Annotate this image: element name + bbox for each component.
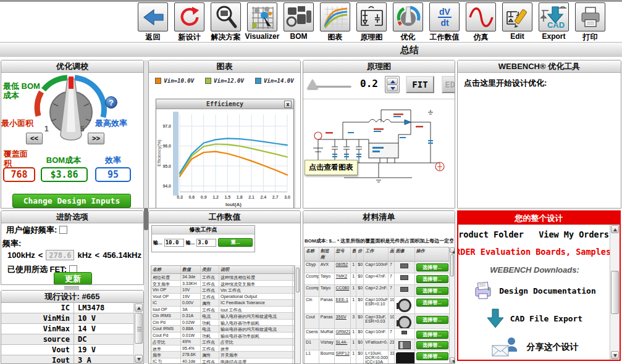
part-number-link[interactable]: EEE-1: [336, 297, 348, 302]
help-icon[interactable]: ?: [105, 96, 117, 109]
product-folder-link[interactable]: Product Folder: [458, 230, 524, 239]
svg-text:1.2: 1.2: [212, 195, 219, 199]
edit-button[interactable]: Edit: [499, 2, 536, 42]
part-number-link[interactable]: 35SV: [336, 315, 347, 319]
current-design-scrollbar[interactable]: [133, 303, 143, 363]
cad-file-export-item[interactable]: CAD File Export: [458, 308, 611, 328]
select-alternate-button[interactable]: 选择替...: [416, 316, 448, 324]
bom-cell: 10: [389, 314, 395, 328]
new-design-button[interactable]: 新设计: [171, 2, 208, 42]
select-alternate-button[interactable]: 选择替...: [416, 263, 448, 271]
horizontal-splitter-grip[interactable]: [61, 286, 83, 289]
bom-cell: D1: [305, 339, 319, 350]
share-design-item[interactable]: 分享这个设计: [458, 337, 611, 358]
view-chart-tooltip[interactable]: 点击查看图表: [305, 160, 358, 175]
select-alternate-button[interactable]: 选择替...: [416, 341, 448, 349]
legend-item: Vin=12.0V: [205, 78, 244, 84]
pref-freq-checkbox[interactable]: [59, 226, 67, 234]
recalculate-button[interactable]: 重...: [218, 238, 253, 247]
select-alternate-button[interactable]: 选择替...: [416, 275, 448, 283]
spinner-up-icon[interactable]: [387, 78, 398, 85]
opvalues-scrollbar[interactable]: [295, 265, 300, 363]
dial-decrease-button[interactable]: <<: [26, 133, 43, 144]
scroll-up-icon[interactable]: [135, 304, 143, 312]
select-alternate-button[interactable]: 选择替...: [416, 287, 448, 295]
dial-increase-button[interactable]: >>: [88, 133, 104, 144]
opvalues-row: Cout IRMS0.88A电流输出电容器的均方根纹波电流: [151, 326, 294, 333]
schematic-drawing[interactable]: [307, 104, 451, 196]
component-image-cell: [395, 339, 415, 350]
svg-text:2.7: 2.7: [272, 195, 279, 199]
scroll-thumb[interactable]: [135, 313, 143, 344]
component-image: [396, 352, 415, 364]
opvalues-cell: 输出电容器功率损耗: [219, 333, 293, 339]
design-param-name: VinMax: [1, 324, 74, 334]
optimize-button[interactable]: 优化: [390, 2, 426, 42]
bom-scrollbar[interactable]: [449, 247, 455, 363]
design-documentation-item[interactable]: Design Documentation: [458, 281, 611, 300]
freq-label: 频率:: [2, 238, 21, 249]
opvalues-panel-title: 工作数值: [149, 211, 300, 223]
visualizer-button[interactable]: Visualizer: [244, 2, 280, 42]
table-row: Iout3 A: [1, 355, 133, 364]
bom-cell: 08052: [335, 262, 351, 273]
svg-text:0.6: 0.6: [188, 195, 195, 199]
select-alternate-button[interactable]: 选择替...: [416, 299, 448, 307]
back-button[interactable]: 返回: [135, 2, 171, 42]
select-alternate-button[interactable]: 选择替...: [416, 352, 448, 360]
change-design-inputs-button[interactable]: Change Design Inputs: [12, 194, 131, 208]
update-button[interactable]: 更新: [54, 272, 92, 285]
solutions-button[interactable]: 解决方案: [208, 2, 244, 42]
svg-text:CAD: CAD: [547, 20, 564, 30]
freq-input[interactable]: [46, 250, 74, 260]
bom-cell: $0: [356, 273, 364, 284]
part-number-link[interactable]: TMK2: [336, 274, 348, 278]
cad-file-export-label: CAD File Export: [510, 314, 582, 323]
start-optimization-link[interactable]: 点击这里开始设计优化:: [458, 73, 621, 94]
components-icon: [284, 2, 314, 31]
fit-button[interactable]: FIT: [406, 76, 434, 93]
opvalues-button[interactable]: dV dt 工作数值: [426, 2, 463, 42]
opvalues-cell: 49%: [181, 339, 201, 345]
part-number-link[interactable]: SL44-: [336, 340, 348, 344]
select-alternate-button[interactable]: 选择替...: [416, 331, 448, 339]
scroll-down-icon[interactable]: [611, 351, 619, 359]
bom-cell: GRM21: [335, 329, 351, 339]
splitter-grip[interactable]: [144, 208, 148, 230]
back-arrow-icon: [138, 2, 168, 31]
scroll-thumb[interactable]: [611, 271, 619, 314]
bom-row: CcompTaiyoTMK21$0Cap=47nF.7选择替...: [305, 273, 449, 285]
zoom-slider-thumb[interactable]: [307, 79, 318, 89]
design-param-value: DC: [74, 334, 86, 344]
legend-label: Vin=10.0V: [164, 78, 194, 84]
export-button[interactable]: CAD Export: [536, 2, 572, 42]
spinner-down-icon[interactable]: [387, 85, 398, 91]
svg-text:dt: dt: [440, 18, 449, 28]
print-button[interactable]: 打印: [572, 2, 608, 42]
charts-button[interactable]: 图表: [317, 2, 353, 42]
bom-cell: 3: [351, 314, 356, 328]
part-number-link[interactable]: SRP12: [336, 351, 350, 355]
order-eval-boards-link[interactable]: ORDER Evaluation Boards, Samples,: [458, 247, 616, 257]
opvalues-cell: 电流: [201, 313, 219, 319]
component-image-cell: [395, 350, 415, 364]
svg-text:94.0: 94.0: [162, 184, 171, 188]
scroll-up-icon[interactable]: [611, 225, 619, 233]
part-number-link[interactable]: 08052: [336, 262, 348, 267]
cad-export-icon: CAD: [539, 2, 569, 31]
iout-input[interactable]: [196, 239, 216, 247]
schematic-button[interactable]: 原理图: [353, 2, 390, 42]
your-design-scrollbar[interactable]: [610, 225, 620, 360]
scroll-down-icon[interactable]: [135, 355, 143, 363]
opvalues-row: Iout OP3A工作点Iout 工作点: [151, 307, 294, 313]
vin-input[interactable]: [164, 239, 184, 247]
view-my-orders-link[interactable]: View My Orders: [539, 230, 609, 239]
bom-action-cell: 选择替...: [415, 350, 449, 364]
part-number-link[interactable]: GRM21: [336, 329, 351, 334]
simulate-button[interactable]: 仿真: [463, 2, 499, 42]
bom-button[interactable]: BOM: [280, 2, 317, 42]
part-number-link[interactable]: CC080: [336, 286, 350, 290]
bom-cell: Bourns: [319, 350, 335, 364]
dvdt-icon: dV dt: [429, 2, 460, 31]
close-icon[interactable]: x: [284, 101, 292, 108]
